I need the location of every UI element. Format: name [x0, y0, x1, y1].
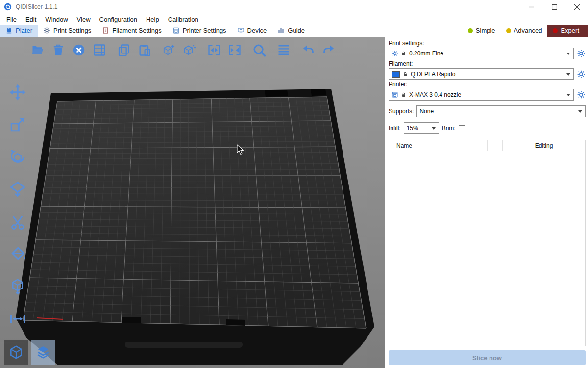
- cube-icon: [8, 344, 24, 360]
- mode-label: Advanced: [514, 27, 542, 34]
- title-bar: QIDISlicer-1.1.1: [0, 0, 588, 14]
- menu-view[interactable]: View: [73, 16, 95, 23]
- lock-icon: [401, 92, 407, 98]
- print-bed[interactable]: [0, 37, 385, 368]
- ruler-tool-button[interactable]: [4, 306, 31, 332]
- delete-button[interactable]: [48, 40, 69, 60]
- menu-configuration[interactable]: Configuration: [95, 16, 142, 23]
- menu-window[interactable]: Window: [41, 16, 72, 23]
- tab-bar: Plater Print Settings Filament Settings …: [0, 25, 588, 37]
- mode-switcher: Simple Advanced Expert: [463, 25, 588, 37]
- ruler-icon: [9, 310, 26, 328]
- cut-tool-button[interactable]: [4, 209, 31, 235]
- tab-label: Plater: [16, 27, 32, 34]
- menu-calibration[interactable]: Calibration: [164, 16, 203, 23]
- print-settings-label: Print settings:: [389, 40, 586, 47]
- filament-combo[interactable]: QIDI PLA Rapido: [389, 68, 574, 80]
- redo-icon: [322, 43, 336, 57]
- filament-gear-button[interactable]: [577, 70, 586, 79]
- variable-layer-height-button[interactable]: [273, 40, 294, 60]
- preview-view-button[interactable]: [31, 340, 55, 365]
- filament-color-swatch: [392, 71, 400, 78]
- cut-icon: [9, 213, 26, 231]
- tab-label: Device: [247, 27, 267, 34]
- menu-help[interactable]: Help: [142, 16, 164, 23]
- minimize-button[interactable]: [520, 0, 543, 14]
- infill-combo[interactable]: 15%: [404, 122, 439, 134]
- tab-printer-settings[interactable]: Printer Settings: [167, 25, 232, 37]
- split-parts-icon: [228, 43, 242, 57]
- brim-label: Brim:: [442, 125, 456, 131]
- chevron-down-icon: [575, 106, 585, 117]
- tab-print-settings[interactable]: Print Settings: [38, 25, 97, 37]
- tab-label: Filament Settings: [112, 27, 161, 34]
- chevron-down-icon: [564, 48, 573, 59]
- spool-icon: [102, 27, 109, 34]
- printer-combo[interactable]: X-MAX 3 0.4 nozzle: [389, 89, 574, 101]
- printer-icon: [172, 27, 180, 34]
- redo-button[interactable]: [318, 40, 339, 60]
- object-list[interactable]: Name Editing: [389, 140, 586, 346]
- 3d-editor-view-button[interactable]: [4, 340, 28, 365]
- filament-value: QIDI PLA Rapido: [411, 71, 455, 78]
- paint-supports-icon: [9, 245, 26, 263]
- scale-tool-button[interactable]: [4, 112, 31, 137]
- view-switch: [4, 340, 55, 365]
- gear-icon: [43, 27, 50, 34]
- undo-button[interactable]: [298, 40, 318, 60]
- print-settings-gear-button[interactable]: [577, 49, 586, 58]
- menu-file[interactable]: File: [2, 16, 21, 23]
- maximize-button[interactable]: [543, 0, 565, 14]
- tab-guide[interactable]: Guide: [272, 25, 310, 37]
- app-logo-icon: [4, 3, 12, 11]
- variable-layer-height-icon: [277, 43, 291, 57]
- brim-checkbox[interactable]: [459, 125, 465, 131]
- extruder-column-header: [487, 140, 503, 151]
- device-icon: [237, 27, 245, 34]
- printer-label: Printer:: [389, 81, 586, 88]
- split-to-objects-button[interactable]: [204, 40, 224, 60]
- search-icon: [252, 43, 267, 58]
- printer-gear-button[interactable]: [577, 90, 586, 99]
- mode-expert[interactable]: Expert: [547, 25, 588, 37]
- infill-label: Infill:: [389, 125, 401, 131]
- split-to-parts-button[interactable]: [224, 40, 245, 60]
- tab-plater[interactable]: Plater: [0, 25, 38, 37]
- 3d-viewport[interactable]: [0, 37, 385, 368]
- gizmo-toolbar: [4, 79, 31, 332]
- print-settings-combo[interactable]: 0.20mm Fine: [389, 48, 574, 59]
- mode-label: Simple: [476, 27, 495, 34]
- place-on-face-tool-button[interactable]: [4, 177, 31, 202]
- trash-icon: [51, 43, 65, 57]
- infill-value: 15%: [407, 125, 418, 131]
- search-button[interactable]: [249, 40, 270, 60]
- copy-button[interactable]: [114, 40, 134, 60]
- measure-icon: [9, 278, 26, 295]
- supports-combo[interactable]: None: [416, 105, 586, 117]
- chevron-down-icon: [564, 69, 573, 79]
- delete-all-icon: [72, 43, 86, 57]
- open-button[interactable]: [27, 40, 48, 60]
- tab-label: Print Settings: [53, 27, 91, 34]
- menu-edit[interactable]: Edit: [21, 16, 41, 23]
- delete-all-button[interactable]: [69, 40, 89, 60]
- tab-filament-settings[interactable]: Filament Settings: [97, 25, 167, 37]
- mode-advanced[interactable]: Advanced: [501, 25, 548, 37]
- slice-now-button[interactable]: Slice now: [389, 350, 586, 365]
- add-instance-button[interactable]: [159, 40, 179, 60]
- lock-icon: [401, 51, 407, 56]
- rotate-tool-button[interactable]: [4, 144, 31, 170]
- mode-simple[interactable]: Simple: [463, 25, 501, 37]
- remove-instance-button[interactable]: [179, 40, 200, 60]
- paint-supports-tool-button[interactable]: [4, 241, 31, 267]
- move-tool-button[interactable]: [4, 79, 31, 105]
- arrange-icon: [93, 43, 106, 57]
- object-list-body[interactable]: [389, 151, 585, 346]
- name-column-header: Name: [389, 142, 487, 149]
- paste-button[interactable]: [134, 40, 155, 60]
- plater-toolbar: [27, 40, 339, 60]
- close-button[interactable]: [565, 0, 588, 14]
- arrange-button[interactable]: [89, 40, 110, 60]
- tab-device[interactable]: Device: [232, 25, 272, 37]
- measure-tool-button[interactable]: [4, 274, 31, 299]
